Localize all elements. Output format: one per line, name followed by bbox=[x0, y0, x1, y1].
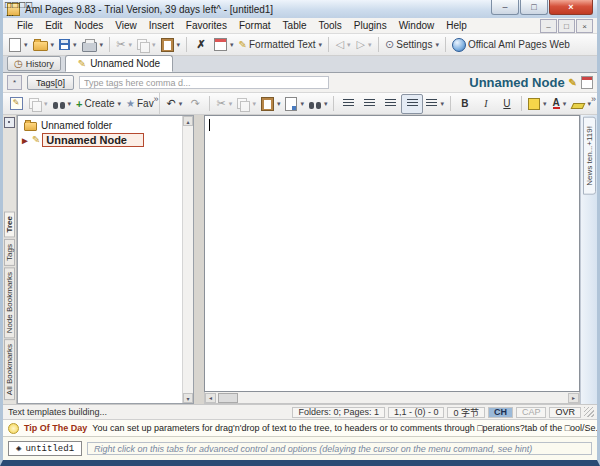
status-caps-indicator[interactable]: CAP bbox=[516, 407, 547, 418]
create-button[interactable]: +Create▾ bbox=[74, 95, 123, 113]
justify-button[interactable] bbox=[401, 94, 423, 114]
insert-date-button[interactable]: ▾ bbox=[212, 36, 236, 54]
clipboard-icon[interactable] bbox=[581, 76, 593, 89]
menu-help[interactable]: Help bbox=[440, 20, 473, 31]
tree-search-button[interactable]: ▾ bbox=[51, 95, 74, 113]
menu-table[interactable]: Table bbox=[277, 20, 313, 31]
expand-dropdown-icon[interactable]: ▾ bbox=[44, 100, 48, 108]
menu-file[interactable]: File bbox=[11, 20, 39, 31]
back-button[interactable]: ◁▾ bbox=[333, 36, 353, 54]
editor-scroll-left-button[interactable]: ◂ bbox=[205, 393, 216, 403]
formatted-text-dropdown-icon[interactable]: ▾ bbox=[319, 41, 323, 49]
panel-splitter[interactable] bbox=[194, 115, 204, 404]
search-dropdown-icon[interactable]: ▾ bbox=[68, 100, 72, 108]
menu-nodes[interactable]: Nodes bbox=[68, 20, 109, 31]
tree-scroll-down-button[interactable]: ▾ bbox=[183, 393, 193, 403]
paste-special-button[interactable]: ▾ bbox=[283, 95, 306, 113]
tree-item-folder[interactable]: Unnamed folder bbox=[18, 118, 182, 132]
document-tab-untitled1[interactable]: ◈ untitled1 bbox=[8, 441, 82, 456]
panel-tab-tree[interactable]: Tree bbox=[4, 211, 15, 237]
underline-button[interactable]: U bbox=[497, 95, 517, 113]
open-button[interactable]: ▾ bbox=[31, 36, 57, 54]
editor-cut-button[interactable]: ✂▾ bbox=[214, 95, 234, 113]
bold-button[interactable]: B bbox=[455, 95, 475, 113]
open-dropdown-icon[interactable]: ▾ bbox=[51, 41, 55, 49]
rename-node-icon[interactable]: ✎ bbox=[569, 78, 577, 88]
editor-scroll-right-button[interactable]: ▸ bbox=[568, 393, 579, 403]
tab-unnamed-node[interactable]: ✎Unnamed Node bbox=[65, 55, 173, 72]
line-spacing-dropdown-icon[interactable]: ▾ bbox=[440, 100, 444, 108]
editor-scrollbar-thumb[interactable] bbox=[218, 393, 238, 403]
mdi-restore-button[interactable]: □ bbox=[558, 19, 575, 33]
new-dropdown-icon[interactable]: ▾ bbox=[24, 41, 28, 49]
editor-paste-button[interactable]: ▾ bbox=[259, 95, 283, 113]
cut-button[interactable]: ✂▾ bbox=[114, 36, 134, 54]
mdi-minimize-button[interactable]: – bbox=[540, 19, 557, 33]
find-button[interactable]: ▾ bbox=[307, 95, 330, 113]
editor-copy-button[interactable]: ▾ bbox=[235, 95, 258, 113]
forward-button[interactable]: ▷▾ bbox=[354, 36, 374, 54]
panel-tab-tags[interactable]: Tags bbox=[4, 239, 15, 266]
selected-node-box[interactable]: Unnamed Node bbox=[42, 133, 144, 147]
menu-plugins[interactable]: Plugins bbox=[348, 20, 393, 31]
status-input-mode[interactable]: CH bbox=[488, 407, 513, 418]
menu-edit[interactable]: Edit bbox=[39, 20, 68, 31]
tags-button[interactable]: Tags[0] bbox=[27, 75, 74, 90]
paste-dropdown-icon[interactable]: ▾ bbox=[177, 41, 181, 49]
tags-input[interactable] bbox=[79, 76, 329, 89]
align-left-button[interactable] bbox=[338, 95, 358, 113]
favorites-button[interactable]: ★Fav bbox=[124, 95, 156, 113]
undo-button[interactable]: ↶▾ bbox=[164, 95, 184, 113]
forward-dropdown-icon[interactable]: ▾ bbox=[368, 41, 372, 49]
tree-toolbar-overflow-icon[interactable]: » bbox=[153, 94, 158, 104]
settings-dropdown-icon[interactable]: ▾ bbox=[435, 41, 439, 49]
copy-dropdown-icon[interactable]: ▾ bbox=[152, 41, 156, 49]
tree-scrollbar[interactable]: ▴ ▾ bbox=[182, 116, 193, 403]
tags-collapse-button[interactable]: * bbox=[7, 75, 22, 90]
minimize-button[interactable]: – bbox=[491, 0, 519, 15]
fill-color-button[interactable]: ▾ bbox=[526, 95, 549, 113]
expand-nodes-button[interactable]: ▾ bbox=[27, 95, 50, 113]
menu-insert[interactable]: Insert bbox=[143, 20, 180, 31]
editor-cut-dropdown-icon[interactable]: ▾ bbox=[229, 100, 233, 108]
save-button[interactable]: ▾ bbox=[57, 36, 79, 54]
editor-paste-dropdown-icon[interactable]: ▾ bbox=[277, 100, 281, 108]
align-center-button[interactable] bbox=[359, 95, 379, 113]
redo-button[interactable]: ↷ bbox=[185, 95, 205, 113]
print-button[interactable]: ▾ bbox=[80, 36, 106, 54]
tree-item-selected-node[interactable]: ► ✎ Unnamed Node bbox=[18, 132, 182, 148]
text-editor[interactable] bbox=[204, 115, 580, 392]
create-dropdown-icon[interactable]: ▾ bbox=[117, 100, 121, 108]
menu-favorites[interactable]: Favorites bbox=[180, 20, 233, 31]
cut-dropdown-icon[interactable]: ▾ bbox=[128, 41, 132, 49]
menu-window[interactable]: Window bbox=[393, 20, 441, 31]
maximize-button[interactable]: □ bbox=[520, 0, 548, 15]
panel-tab-node-bookmarks[interactable]: Node Bookmarks bbox=[4, 267, 15, 338]
undo-dropdown-icon[interactable]: ▾ bbox=[179, 100, 183, 108]
back-dropdown-icon[interactable]: ▾ bbox=[347, 41, 351, 49]
date-dropdown-icon[interactable]: ▾ bbox=[230, 41, 234, 49]
print-dropdown-icon[interactable]: ▾ bbox=[100, 41, 104, 49]
paste-button[interactable]: ▾ bbox=[159, 36, 183, 54]
editor-horizontal-scrollbar[interactable]: ◂ ▸ bbox=[204, 392, 580, 404]
font-color-button[interactable]: A▾ bbox=[549, 95, 569, 113]
format-toolbar-overflow-icon[interactable]: » bbox=[591, 94, 596, 104]
menu-format[interactable]: Format bbox=[233, 20, 277, 31]
font-color-dropdown-icon[interactable]: ▾ bbox=[563, 100, 567, 108]
official-web-button[interactable]: Offical Aml Pages Web bbox=[450, 36, 572, 54]
new-button[interactable]: ▾ bbox=[7, 36, 30, 54]
save-dropdown-icon[interactable]: ▾ bbox=[73, 41, 77, 49]
italic-button[interactable]: I bbox=[476, 95, 496, 113]
title-bar[interactable]: □□□□ ... Aml Pages 9.83 - Trial Version,… bbox=[3, 0, 597, 18]
resize-grip[interactable] bbox=[584, 407, 594, 417]
mdi-close-button[interactable]: × bbox=[576, 19, 593, 33]
history-button[interactable]: ◷History bbox=[7, 56, 61, 71]
formatted-text-selector[interactable]: ✎Formatted Text▾ bbox=[237, 36, 324, 54]
pin-icon[interactable] bbox=[4, 117, 15, 128]
fill-color-dropdown-icon[interactable]: ▾ bbox=[543, 100, 547, 108]
panel-tab-all-bookmarks[interactable]: All Bookmarks bbox=[4, 339, 15, 400]
editor-copy-dropdown-icon[interactable]: ▾ bbox=[252, 100, 256, 108]
edit-note-button[interactable]: ✎ bbox=[6, 95, 26, 113]
paste-special-dropdown-icon[interactable]: ▾ bbox=[300, 100, 304, 108]
align-right-button[interactable] bbox=[380, 95, 400, 113]
